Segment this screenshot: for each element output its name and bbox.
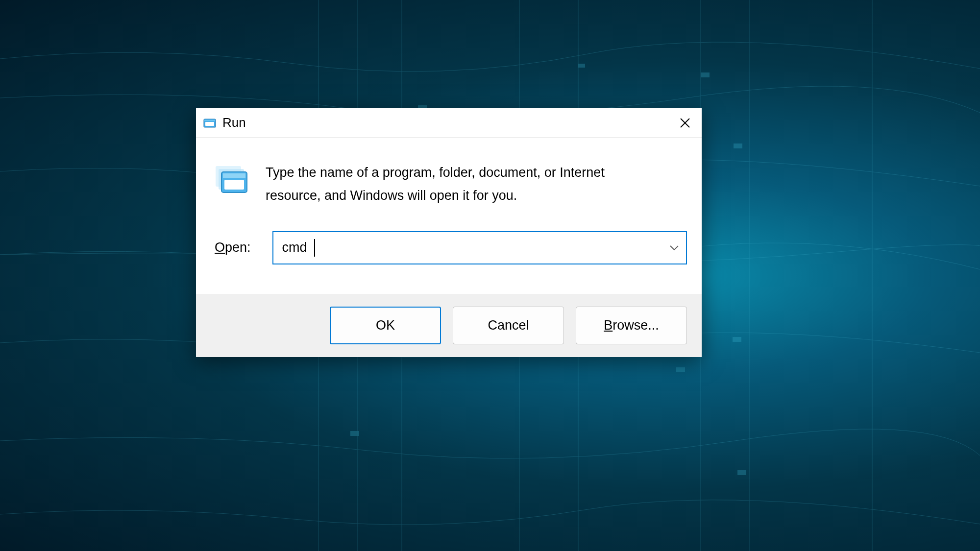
svg-rect-24 [223, 173, 245, 178]
svg-rect-10 [676, 367, 685, 372]
run-dialog: Run Type the name o [196, 108, 702, 357]
svg-rect-17 [205, 122, 214, 126]
browse-button[interactable]: Browse... [576, 307, 687, 344]
ok-button[interactable]: OK [330, 307, 441, 344]
close-button[interactable] [670, 109, 700, 136]
svg-rect-14 [350, 431, 359, 436]
text-cursor [314, 239, 315, 257]
button-bar: OK Cancel Browse... [196, 294, 702, 357]
description-text: Type the name of a program, folder, docu… [266, 161, 648, 208]
close-icon [680, 118, 690, 128]
svg-rect-12 [733, 337, 741, 342]
svg-rect-11 [734, 144, 742, 148]
cancel-button[interactable]: Cancel [453, 307, 564, 344]
svg-rect-25 [224, 180, 244, 190]
dialog-body: Type the name of a program, folder, docu… [196, 138, 702, 294]
run-titlebar-icon [203, 116, 217, 130]
svg-rect-9 [701, 72, 710, 77]
svg-rect-18 [204, 120, 215, 121]
chevron-down-icon[interactable] [669, 245, 679, 251]
titlebar-title: Run [222, 115, 670, 130]
open-combobox[interactable] [272, 231, 687, 264]
svg-rect-15 [578, 64, 585, 68]
run-icon [215, 163, 248, 193]
svg-rect-13 [737, 470, 746, 475]
open-label: Open: [215, 240, 251, 255]
titlebar[interactable]: Run [196, 108, 702, 138]
open-input[interactable] [282, 240, 669, 255]
